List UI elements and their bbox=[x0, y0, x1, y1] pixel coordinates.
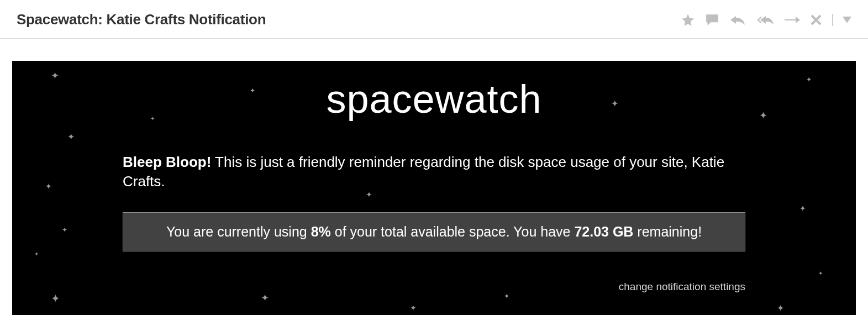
star-decoration: ✦ bbox=[150, 116, 155, 122]
star-decoration: ✦ bbox=[799, 204, 806, 212]
reply-icon[interactable] bbox=[729, 14, 746, 26]
star-decoration: ✦ bbox=[51, 293, 60, 304]
star-decoration: ✦ bbox=[45, 182, 52, 190]
email-body: ✦ ✦ ✦ ✦ ✦ ✦ ✦ ✦ ✦ ✦ ✦ ✦ ✦ ✦ ✦ ✦ ✦ ✦ spac… bbox=[0, 39, 868, 327]
email-subject: Spacewatch: Katie Crafts Notification bbox=[17, 11, 266, 28]
comment-icon[interactable] bbox=[705, 13, 719, 27]
usage-mid: of your total available space. You have bbox=[331, 224, 575, 239]
star-decoration: ✦ bbox=[818, 271, 823, 276]
star-decoration: ✦ bbox=[410, 304, 417, 312]
star-decoration: ✦ bbox=[366, 191, 372, 198]
usage-summary: You are currently using 8% of your total… bbox=[123, 212, 745, 251]
star-decoration: ✦ bbox=[62, 227, 67, 233]
email-header: Spacewatch: Katie Crafts Notification bbox=[0, 0, 868, 39]
star-decoration: ✦ bbox=[34, 251, 39, 257]
delete-icon[interactable] bbox=[810, 14, 822, 26]
usage-suffix: remaining! bbox=[633, 224, 702, 239]
usage-percent: 8% bbox=[311, 224, 331, 239]
star-decoration: ✦ bbox=[777, 304, 784, 313]
star-decoration: ✦ bbox=[504, 293, 509, 300]
forward-icon[interactable] bbox=[785, 15, 800, 24]
toolbar-divider bbox=[832, 14, 833, 26]
email-toolbar bbox=[681, 13, 851, 27]
star-decoration: ✦ bbox=[806, 76, 812, 83]
greeting-bold: Bleep Bloop! bbox=[123, 154, 211, 170]
star-decoration: ✦ bbox=[611, 99, 618, 108]
reply-all-icon[interactable] bbox=[756, 14, 775, 26]
spacewatch-card: ✦ ✦ ✦ ✦ ✦ ✦ ✦ ✦ ✦ ✦ ✦ ✦ ✦ ✦ ✦ ✦ ✦ ✦ spac… bbox=[12, 61, 856, 315]
usage-prefix: You are currently using bbox=[166, 224, 311, 239]
star-decoration: ✦ bbox=[261, 293, 269, 303]
reminder-message: Bleep Bloop! This is just a friendly rem… bbox=[123, 153, 745, 191]
greeting-text: This is just a friendly reminder regardi… bbox=[123, 154, 724, 190]
usage-remaining: 72.03 GB bbox=[574, 224, 633, 239]
star-decoration: ✦ bbox=[67, 133, 75, 141]
more-menu-icon[interactable] bbox=[843, 17, 851, 23]
star-decoration: ✦ bbox=[250, 87, 255, 94]
star-icon[interactable] bbox=[681, 13, 695, 27]
star-decoration: ✦ bbox=[759, 111, 767, 120]
brand-title: spacewatch bbox=[326, 76, 541, 122]
star-decoration: ✦ bbox=[51, 71, 59, 81]
change-settings-link[interactable]: change notification settings bbox=[619, 281, 745, 293]
